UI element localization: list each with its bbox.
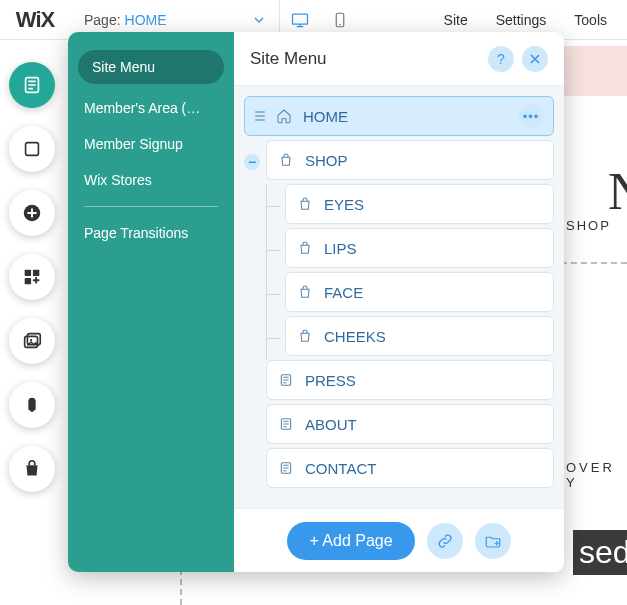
top-link-site[interactable]: Site xyxy=(444,12,468,28)
folder-button[interactable] xyxy=(475,523,511,559)
add-page-button[interactable]: + Add Page xyxy=(287,522,414,560)
page-node[interactable]: CONTACT xyxy=(266,448,554,488)
panel-footer: + Add Page xyxy=(234,508,564,572)
panel-left-nav: Site MenuMember's Area (…Member SignupWi… xyxy=(68,32,234,572)
svg-rect-4 xyxy=(26,143,39,156)
left-rail xyxy=(4,62,60,492)
page-node[interactable]: PRESS xyxy=(266,360,554,400)
tree-connector xyxy=(267,338,281,339)
collapse-button[interactable]: − xyxy=(244,154,260,170)
bag-icon xyxy=(296,327,314,345)
panel-left-item[interactable]: Member's Area (… xyxy=(68,90,234,126)
page-selector-page: HOME xyxy=(125,12,167,28)
tree-children: EYESLIPSFACECHEEKS xyxy=(266,184,554,360)
panel-left-item[interactable]: Site Menu xyxy=(78,50,224,84)
svg-rect-6 xyxy=(25,270,31,276)
tree-row: CHEEKS xyxy=(267,316,554,360)
tree-row: EYES xyxy=(267,184,554,228)
tree-row: FACE xyxy=(267,272,554,316)
panel-title: Site Menu xyxy=(250,49,480,69)
page-node[interactable]: HOME••• xyxy=(244,96,554,136)
page-node-label: FACE xyxy=(324,284,543,301)
top-link-tools[interactable]: Tools xyxy=(574,12,607,28)
svg-point-11 xyxy=(30,339,32,341)
tree-connector xyxy=(267,206,281,207)
page-icon xyxy=(277,371,295,389)
svg-rect-7 xyxy=(33,270,39,276)
page-node-label: EYES xyxy=(324,196,543,213)
drag-handle-icon[interactable] xyxy=(255,111,265,121)
help-button[interactable]: ? xyxy=(488,46,514,72)
svg-rect-0 xyxy=(293,14,308,24)
bag-icon xyxy=(296,283,314,301)
rail-background-button[interactable] xyxy=(9,126,55,172)
more-button[interactable]: ••• xyxy=(519,104,543,128)
panel-left-item[interactable]: Page Transitions xyxy=(68,215,234,251)
top-links: Site Settings Tools xyxy=(444,12,627,28)
panel-right: Site Menu ? HOME•••−SHOPEYESLIPSFACECHEE… xyxy=(234,32,564,572)
home-icon xyxy=(275,107,293,125)
tree-row: LIPS xyxy=(267,228,554,272)
page-selector-label: Page: xyxy=(84,12,121,28)
page-node-label: PRESS xyxy=(305,372,543,389)
bag-icon xyxy=(277,151,295,169)
canvas-sed-text: sed xyxy=(573,530,627,575)
page-icon xyxy=(277,459,295,477)
site-menu-panel: Site MenuMember's Area (…Member SignupWi… xyxy=(68,32,564,572)
page-node[interactable]: LIPS xyxy=(285,228,554,268)
panel-left-item[interactable]: Member Signup xyxy=(68,126,234,162)
page-node-label: LIPS xyxy=(324,240,543,257)
tree-row: HOME••• xyxy=(244,96,554,140)
close-button[interactable] xyxy=(522,46,548,72)
bag-icon xyxy=(296,239,314,257)
page-node[interactable]: SHOP xyxy=(266,140,554,180)
chevron-down-icon xyxy=(253,14,265,26)
tree-row: ABOUT xyxy=(244,404,554,448)
rail-store-button[interactable] xyxy=(9,446,55,492)
divider xyxy=(84,206,218,207)
bag-icon xyxy=(296,195,314,213)
page-node-label: CHEEKS xyxy=(324,328,543,345)
rail-blog-button[interactable] xyxy=(9,382,55,428)
page-node-label: ABOUT xyxy=(305,416,543,433)
page-node[interactable]: ABOUT xyxy=(266,404,554,444)
page-tree: HOME•••−SHOPEYESLIPSFACECHEEKSPRESSABOUT… xyxy=(234,86,564,508)
page-node-label: HOME xyxy=(303,108,519,125)
rail-apps-button[interactable] xyxy=(9,254,55,300)
page-icon xyxy=(277,415,295,433)
canvas-heading: N xyxy=(608,162,627,221)
tree-row: CONTACT xyxy=(244,448,554,492)
page-node-label: CONTACT xyxy=(305,460,543,477)
svg-point-2 xyxy=(339,23,341,25)
top-link-settings[interactable]: Settings xyxy=(496,12,547,28)
canvas-shop-text: SHOP xyxy=(566,218,611,233)
page-node[interactable]: EYES xyxy=(285,184,554,224)
svg-rect-8 xyxy=(25,278,31,284)
canvas-over-text: OVER Y xyxy=(566,460,627,490)
wix-logo: WiX xyxy=(0,7,70,33)
page-node[interactable]: FACE xyxy=(285,272,554,312)
rail-pages-button[interactable] xyxy=(9,62,55,108)
tree-row: −SHOP xyxy=(244,140,554,184)
panel-header: Site Menu ? xyxy=(234,32,564,86)
tree-row: PRESS xyxy=(244,360,554,404)
rail-media-button[interactable] xyxy=(9,318,55,364)
page-node[interactable]: CHEEKS xyxy=(285,316,554,356)
panel-left-item[interactable]: Wix Stores xyxy=(68,162,234,198)
tree-connector xyxy=(267,250,281,251)
rail-add-button[interactable] xyxy=(9,190,55,236)
tree-connector xyxy=(267,294,281,295)
page-node-label: SHOP xyxy=(305,152,543,169)
link-button[interactable] xyxy=(427,523,463,559)
